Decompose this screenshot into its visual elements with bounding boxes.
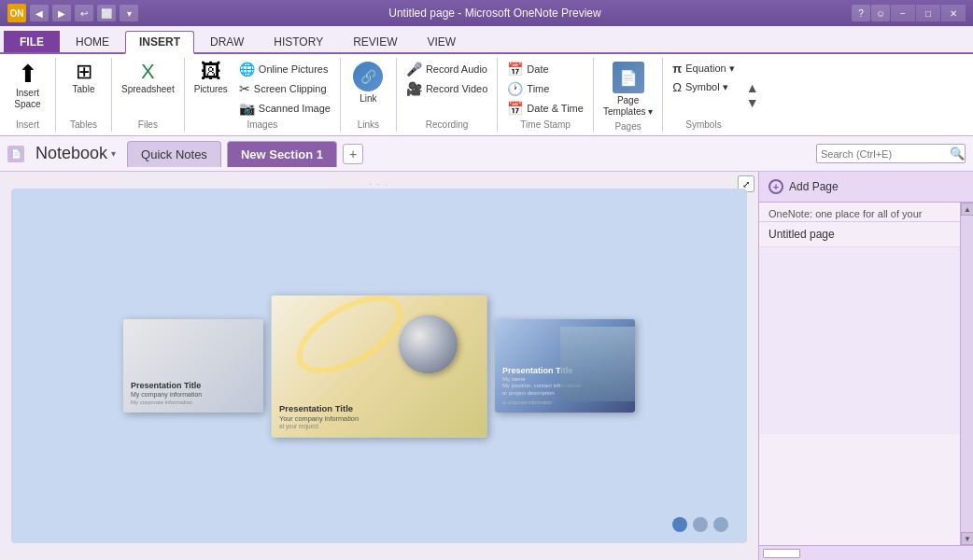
indicator-1[interactable] bbox=[672, 517, 687, 532]
btn-date-time[interactable]: 📅 Date & Time bbox=[503, 99, 587, 118]
screen-clipping-icon: ✂ bbox=[239, 81, 250, 96]
date-time-icon: 📅 bbox=[507, 101, 523, 116]
btn-date[interactable]: 📅 Date bbox=[503, 60, 587, 78]
table-label: Table bbox=[73, 84, 95, 95]
close-btn[interactable]: ✕ bbox=[941, 5, 966, 21]
group-insert-label: Insert bbox=[16, 118, 39, 132]
indicator-3[interactable] bbox=[713, 517, 728, 532]
slide-1-footer: My corporate information bbox=[131, 399, 256, 405]
page-list: OneNote: one place for all of your Untit… bbox=[759, 203, 960, 545]
toolbar-toggle[interactable]: ⬜ bbox=[97, 5, 116, 21]
main-area: · · · ⤢ Presentation Title My company in… bbox=[0, 172, 973, 560]
btn-screen-clipping[interactable]: ✂ Screen Clipping bbox=[235, 79, 334, 98]
group-tables: ⊞ Table Tables bbox=[56, 58, 112, 132]
tab-insert[interactable]: INSERT bbox=[125, 31, 194, 54]
nav-pages-icon[interactable]: 📄 bbox=[7, 146, 24, 162]
time-label: Time bbox=[527, 83, 549, 94]
tab-new-section-1[interactable]: New Section 1 bbox=[227, 141, 337, 167]
slide-2-subtitle: Your company information bbox=[279, 414, 479, 421]
btn-spreadsheet[interactable]: X Spreadsheet bbox=[118, 60, 178, 97]
screen-clipping-label: Screen Clipping bbox=[254, 83, 327, 94]
add-tab-button[interactable]: + bbox=[343, 144, 363, 164]
btn-scanned-image[interactable]: 📷 Scanned Image bbox=[235, 99, 334, 118]
slide-indicators bbox=[672, 517, 728, 532]
help-btn[interactable]: ? bbox=[852, 5, 870, 21]
slide-3[interactable]: Presentation Title My nameMy position, c… bbox=[495, 319, 635, 413]
slide-3-bg: Presentation Title My nameMy position, c… bbox=[495, 319, 635, 413]
btn-record-audio[interactable]: 🎤 Record Audio bbox=[402, 60, 491, 78]
btn-time[interactable]: 🕐 Time bbox=[503, 79, 587, 98]
right-sidebar: + Add Page OneNote: one place for all of… bbox=[758, 172, 973, 560]
group-files-label: Files bbox=[138, 118, 158, 132]
slide-1[interactable]: Presentation Title My company informatio… bbox=[123, 319, 263, 413]
table-icon: ⊞ bbox=[76, 62, 92, 82]
btn-pictures[interactable]: 🖼 Pictures bbox=[190, 60, 232, 97]
tab-history[interactable]: HISTORY bbox=[260, 31, 337, 52]
tab-quick-notes[interactable]: Quick Notes bbox=[127, 141, 221, 167]
group-links-label: Links bbox=[358, 118, 379, 132]
time-icon: 🕐 bbox=[507, 81, 523, 96]
account-btn[interactable]: ☺ bbox=[871, 5, 890, 21]
images-col: 🌐 Online Pictures ✂ Screen Clipping 📷 Sc… bbox=[235, 60, 334, 118]
tab-file[interactable]: FILE bbox=[4, 31, 60, 52]
search-input[interactable] bbox=[821, 148, 950, 160]
slides-container: Presentation Title My company informatio… bbox=[123, 299, 635, 434]
scroll-up-btn[interactable]: ▲ bbox=[961, 203, 973, 216]
page-templates-icon: 📄 bbox=[613, 62, 644, 93]
group-tables-label: Tables bbox=[70, 118, 97, 132]
forward-btn[interactable]: ▶ bbox=[52, 5, 71, 21]
scroll-track bbox=[961, 216, 973, 532]
slide-2[interactable]: Presentation Title Your company informat… bbox=[272, 295, 487, 437]
add-page-label: Add Page bbox=[789, 180, 839, 193]
minimize-btn[interactable]: − bbox=[891, 5, 915, 21]
btn-table[interactable]: ⊞ Table bbox=[63, 60, 105, 97]
scanned-image-label: Scanned Image bbox=[259, 103, 331, 114]
group-insert-content: ⬆ InsertSpace bbox=[7, 58, 49, 118]
customize-btn[interactable]: ▾ bbox=[120, 5, 138, 21]
search-box: 🔍 bbox=[816, 144, 966, 163]
undo-btn[interactable]: ↩ bbox=[75, 5, 93, 21]
record-audio-icon: 🎤 bbox=[406, 62, 422, 77]
btn-online-pictures[interactable]: 🌐 Online Pictures bbox=[235, 60, 334, 78]
back-btn[interactable]: ◀ bbox=[30, 5, 49, 21]
btn-link[interactable]: 🔗 Link bbox=[347, 60, 388, 106]
btn-page-templates[interactable]: 📄 PageTemplates ▾ bbox=[599, 60, 656, 119]
page-list-item-1[interactable]: Untitled page bbox=[759, 222, 960, 247]
tab-view[interactable]: VIEW bbox=[413, 31, 470, 52]
restore-btn[interactable]: □ bbox=[916, 5, 940, 21]
bottom-input bbox=[763, 549, 800, 558]
link-icon: 🔗 bbox=[353, 62, 383, 91]
scroll-down-btn[interactable]: ▼ bbox=[961, 532, 973, 545]
group-pages-label: Pages bbox=[614, 119, 641, 133]
group-recording-content: 🎤 Record Audio 🎥 Record Video bbox=[402, 58, 491, 118]
tab-draw[interactable]: DRAW bbox=[196, 31, 258, 52]
btn-equation[interactable]: π Equation ▾ bbox=[669, 60, 738, 77]
title-bar-left: ON ◀ ▶ ↩ ⬜ ▾ bbox=[7, 4, 138, 22]
record-audio-label: Record Audio bbox=[426, 63, 487, 75]
ribbon-tabs: FILE HOME INSERT DRAW HISTORY REVIEW VIE… bbox=[0, 26, 973, 54]
symbol-label: Symbol ▾ bbox=[685, 81, 728, 93]
tab-home[interactable]: HOME bbox=[62, 31, 123, 52]
page-drag-bar[interactable]: · · · bbox=[11, 179, 747, 189]
add-page-button[interactable]: + Add Page bbox=[759, 172, 973, 203]
equation-label: Equation ▾ bbox=[685, 63, 734, 75]
recording-col: 🎤 Record Audio 🎥 Record Video bbox=[402, 60, 491, 98]
btn-record-video[interactable]: 🎥 Record Video bbox=[402, 79, 491, 98]
slide-1-title: Presentation Title bbox=[131, 381, 256, 391]
group-insert: ⬆ InsertSpace Insert bbox=[0, 58, 56, 132]
group-pages-content: 📄 PageTemplates ▾ bbox=[599, 58, 656, 119]
indicator-2[interactable] bbox=[693, 517, 708, 532]
notebook-button[interactable]: Notebook ▾ bbox=[30, 142, 121, 165]
btn-symbol[interactable]: Ω Symbol ▾ bbox=[669, 78, 738, 96]
tab-review[interactable]: REVIEW bbox=[339, 31, 411, 52]
group-pages: 📄 PageTemplates ▾ Pages bbox=[594, 58, 663, 132]
ribbon-scroll-btn[interactable]: ▲▼ bbox=[744, 77, 761, 114]
online-pictures-label: Online Pictures bbox=[259, 63, 329, 75]
group-links-content: 🔗 Link bbox=[347, 58, 388, 118]
search-icon[interactable]: 🔍 bbox=[950, 147, 965, 161]
equation-icon: π bbox=[672, 62, 682, 76]
group-recording: 🎤 Record Audio 🎥 Record Video Recording bbox=[397, 58, 498, 132]
slide-2-footer: at your request bbox=[279, 423, 479, 428]
btn-insert-space[interactable]: ⬆ InsertSpace bbox=[7, 60, 49, 112]
notebook-chevron-icon: ▾ bbox=[111, 148, 116, 159]
